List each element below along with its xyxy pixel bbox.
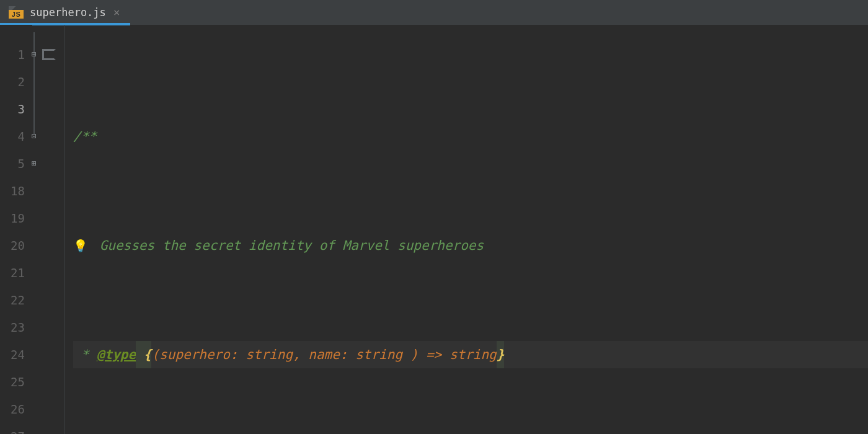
- js-file-icon: JS: [9, 6, 24, 19]
- line-number: 19: [0, 205, 32, 232]
- line-number: 25: [0, 368, 32, 396]
- fold-end-icon[interactable]: ⊡: [30, 131, 38, 140]
- intention-bulb-icon[interactable]: 💡: [73, 240, 88, 252]
- line-number: 24: [0, 341, 32, 368]
- fold-toggle-icon[interactable]: ⊟: [30, 50, 38, 58]
- brace-open: {: [136, 341, 151, 368]
- brace-close: }: [497, 341, 505, 368]
- line-number-gutter: 1 2 3 4 5 18 19 20 21 22 23 24 25 26 27: [0, 25, 32, 434]
- line-number: 18: [0, 177, 32, 205]
- line-number: 26: [0, 396, 32, 423]
- jsdoc-tag: @type: [97, 341, 136, 368]
- jsdoc-description: Guesses the secret identity of Marvel su…: [92, 232, 484, 259]
- line-number: 22: [0, 286, 32, 314]
- tab-file[interactable]: JS superhero.js ×: [0, 0, 130, 25]
- line-number: 5: [0, 150, 32, 177]
- fold-expand-icon[interactable]: ⊞: [30, 159, 38, 167]
- tab-bar: JS superhero.js ×: [0, 0, 868, 25]
- fold-gutter: ⊟ ⊡ ⊞: [32, 25, 73, 434]
- line-number: 1: [0, 41, 32, 68]
- line-number: 2: [0, 68, 32, 95]
- code-line: * @type { (superhero: string, name: stri…: [73, 341, 868, 368]
- code-line: 💡 Guesses the secret identity of Marvel …: [73, 232, 868, 259]
- line-number: 3: [0, 95, 32, 123]
- tab-filename: superhero.js: [30, 6, 106, 19]
- close-icon[interactable]: ×: [112, 7, 122, 18]
- jsdoc-open: /**: [73, 123, 97, 150]
- line-number: 20: [0, 232, 32, 259]
- jsdoc-line-prefix: *: [73, 341, 97, 368]
- line-number: 27: [0, 423, 32, 434]
- jsdoc-type-signature: (superhero: string, name: string ) => st…: [151, 341, 496, 368]
- code-editor[interactable]: 1 2 3 4 5 18 19 20 21 22 23 24 25 26 27 …: [0, 25, 868, 434]
- line-number: 4: [0, 123, 32, 150]
- code-line: /**: [73, 123, 868, 150]
- line-number: 23: [0, 314, 32, 341]
- code-area[interactable]: /** 💡 Guesses the secret identity of Mar…: [73, 25, 868, 434]
- line-number: 21: [0, 259, 32, 286]
- indent-guide-icon: [42, 49, 56, 60]
